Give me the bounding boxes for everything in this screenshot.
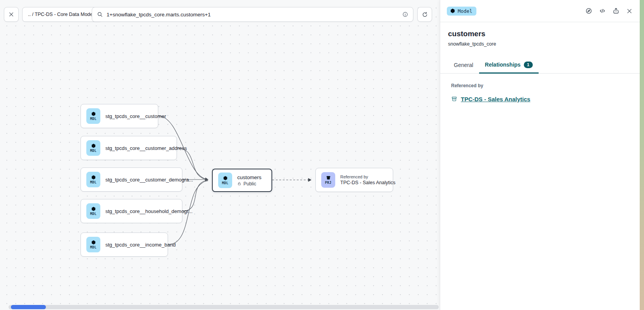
unlock-icon [237,181,242,186]
project-kicker: Referenced by [340,174,396,179]
node-label: stg_tpcds_core__customer_demogra... [105,177,193,183]
cube-icon [91,143,96,148]
cube-icon [91,206,96,211]
resource-type-badge: Model [447,7,476,16]
refresh-lineage-button[interactable] [417,7,432,22]
lineage-edges [0,0,440,310]
cube-icon [91,240,96,245]
chip-label: MDL [90,245,97,249]
chip-label: PRJ [325,181,332,185]
lineage-search-field[interactable]: 1+snowflake_tpcds_core.marts.customers+1 [92,7,413,22]
project-link[interactable]: TPC-DS - Sales Analytics [461,96,530,102]
explore-lineage-button[interactable] [585,7,592,14]
cube-icon [223,176,228,181]
page-title: customers [448,30,632,39]
model-type-chip: MDL [86,172,100,187]
model-node[interactable]: MDL stg_tpcds_core__customer_demogra... [80,167,182,192]
lineage-canvas[interactable]: .. / TPC-DS - Core Data Models 1+snowfla… [0,0,440,310]
model-type-chip: MDL [86,140,100,156]
node-label: stg_tpcds_core__income_band [105,242,176,248]
chip-label: MDL [90,149,97,153]
close-icon [8,11,14,18]
code-icon [599,7,606,14]
share-button[interactable] [612,7,620,14]
model-type-chip: MDL [86,237,100,252]
archive-icon [326,175,331,180]
breadcrumb-label: .. / TPC-DS - Core Data Models [28,12,96,17]
node-label: stg_tpcds_core__customer [105,113,166,119]
tab-relationships[interactable]: Relationships 1 [479,58,539,74]
node-label: customers [237,174,261,180]
panel-header: Model [440,0,640,22]
model-node[interactable]: MDL stg_tpcds_core__household_demogr... [80,199,182,223]
chip-label: MDL [90,212,97,216]
desktop-wallpaper-sliver [640,0,644,310]
view-code-button[interactable] [599,7,606,14]
share-icon [612,7,620,14]
search-input-value[interactable]: 1+snowflake_tpcds_core.marts.customers+1 [107,12,399,18]
model-node[interactable]: MDL stg_tpcds_core__customer_address [80,136,177,160]
relationships-count-badge: 1 [524,62,533,68]
chip-label: MDL [90,180,97,184]
referenced-by-item[interactable]: TPC-DS - Sales Analytics [451,96,629,102]
panel-tabs: General Relationships 1 [440,58,640,74]
archive-icon [451,96,457,102]
cube-icon [91,175,96,180]
model-type-chip: MDL [218,173,232,188]
close-icon [626,8,633,14]
scrollbar-thumb[interactable] [11,305,46,309]
info-icon[interactable] [402,11,408,18]
breadcrumb[interactable]: .. / TPC-DS - Core Data Models [22,7,102,22]
chip-label: MDL [222,181,229,185]
tab-general[interactable]: General [448,58,479,74]
search-icon [97,11,103,18]
access-badge: Public [237,181,261,187]
model-type-chip: MDL [86,108,100,124]
model-node[interactable]: MDL stg_tpcds_core__customer [80,104,158,128]
node-label: TPC-DS - Sales Analytics [340,180,396,185]
model-node[interactable]: MDL stg_tpcds_core__income_band [80,232,168,257]
close-panel-button[interactable] [626,8,633,14]
cube-icon [91,111,96,116]
refresh-icon [422,11,428,18]
project-subtitle: snowflake_tpcds_core [448,41,632,47]
referenced-by-label: Referenced by [451,83,629,88]
project-node[interactable]: PRJ Referenced by TPC-DS - Sales Analyti… [315,168,393,192]
project-type-chip: PRJ [321,172,335,188]
details-panel: Model customers snowflake_tpcds_core Gen… [440,0,640,310]
node-label: stg_tpcds_core__household_demogr... [105,208,192,214]
chip-label: MDL [90,117,97,121]
horizontal-scrollbar[interactable] [9,305,439,309]
cube-icon [450,8,455,14]
model-node-selected[interactable]: MDL customers Public [212,169,272,192]
close-lineage-button[interactable] [4,7,19,22]
model-type-chip: MDL [86,203,100,219]
node-label: stg_tpcds_core__customer_address [105,145,187,151]
compass-icon [585,7,592,14]
